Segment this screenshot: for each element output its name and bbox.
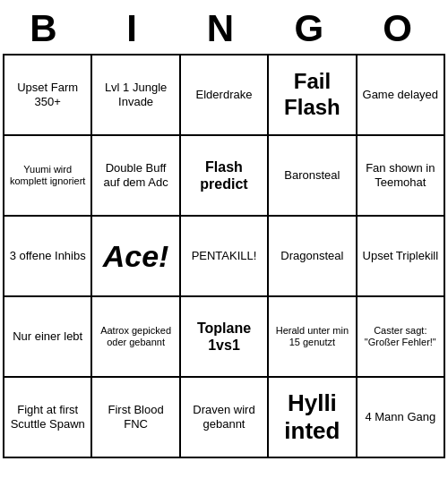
bingo-cell: Nur einer lebt — [4, 297, 92, 378]
bingo-cell: Yuumi wird komplett ignoriert — [4, 136, 92, 217]
bingo-cell: Dragonsteal — [269, 217, 357, 297]
bingo-cell: Flash predict — [181, 136, 269, 217]
bingo-cell: Baronsteal — [269, 136, 357, 217]
bingo-grid: Upset Farm 350+Lvl 1 Jungle InvadeElderd… — [3, 54, 445, 458]
bingo-cell: Aatrox gepicked oder gebannt — [92, 297, 180, 378]
bingo-cell: Caster sagt: "Großer Fehler!" — [358, 297, 445, 378]
bingo-cell: Fight at first Scuttle Spawn — [4, 378, 92, 458]
bingo-cell: Upset Farm 350+ — [4, 56, 92, 136]
title-letter: N — [184, 7, 264, 50]
title-letter: I — [95, 7, 176, 50]
bingo-cell: Double Buff auf dem Adc — [92, 136, 180, 217]
bingo-cell: 3 offene Inhibs — [4, 217, 92, 297]
bingo-cell: Lvl 1 Jungle Invade — [92, 56, 180, 136]
bingo-cell: PENTAKILL! — [181, 217, 269, 297]
bingo-cell: Game delayed — [358, 56, 445, 136]
title-letter: G — [272, 7, 353, 50]
bingo-cell: Hylli inted — [269, 378, 357, 458]
bingo-cell: Toplane 1vs1 — [181, 297, 269, 378]
bingo-cell: Elderdrake — [181, 56, 269, 136]
bingo-cell: Upset Triplekill — [358, 217, 445, 297]
bingo-cell: First Blood FNC — [92, 378, 180, 458]
bingo-title: BINGO — [3, 4, 445, 54]
bingo-board: BINGO Upset Farm 350+Lvl 1 Jungle Invade… — [3, 4, 445, 458]
bingo-cell: 4 Mann Gang — [358, 378, 445, 458]
bingo-cell: Draven wird gebannt — [181, 378, 269, 458]
bingo-cell: Herald unter min 15 genutzt — [269, 297, 357, 378]
title-letter: B — [6, 7, 87, 50]
bingo-cell: Ace! — [92, 217, 180, 297]
bingo-cell: Fail Flash — [269, 56, 357, 136]
title-letter: O — [361, 7, 442, 50]
bingo-cell: Fan shown in Teemohat — [358, 136, 445, 217]
